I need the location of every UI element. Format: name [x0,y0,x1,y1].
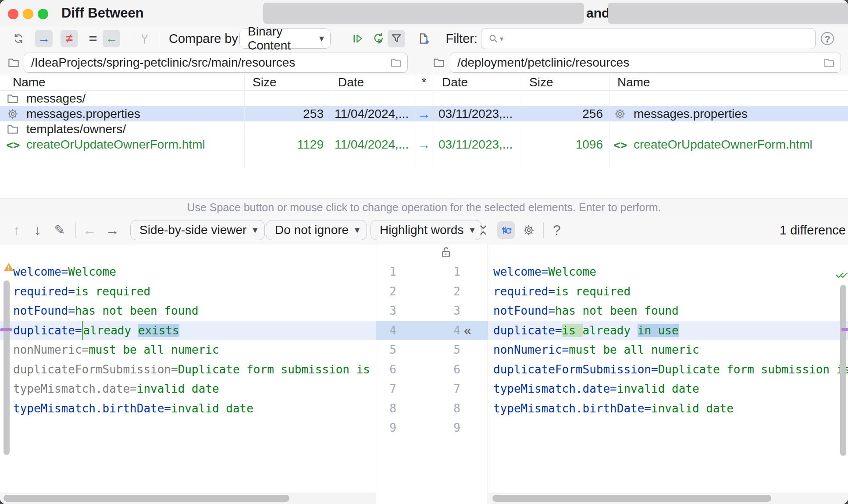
right-path-value: /deployment/petclinic/resources [450,56,823,70]
left-scroll-strip[interactable] [4,280,10,455]
viewer-mode-dropdown[interactable]: Side-by-side viewer ▾ [130,220,265,240]
code-icon: <> [613,138,627,151]
search-icon [488,33,499,44]
highlight-policy-dropdown[interactable]: Highlight words ▾ [371,220,482,240]
maximize-button[interactable] [38,9,48,19]
left-path-input[interactable]: /IdeaProjects/spring-petclinic/src/main/… [24,53,408,73]
code-line: duplicateFormSubmission=Duplicate form s… [493,360,848,380]
left-code[interactable]: welcome=Welcomerequired=is requirednotFo… [0,262,376,418]
branch-button[interactable] [136,30,153,47]
filter-toggle-button[interactable] [388,30,405,47]
separator [130,31,130,46]
folder-icon [6,123,19,136]
ignore-policy-dropdown[interactable]: Do not ignore ▾ [266,220,367,240]
scrollbar-thumb[interactable] [4,495,289,502]
right-vscrollbar-thumb[interactable] [840,285,846,456]
next-difference-button[interactable]: ↓ [29,221,46,239]
header-name-left[interactable]: Name [0,75,244,90]
header-name-right[interactable]: Name [609,75,848,90]
arrow-right-icon: → [417,137,431,152]
apply-left-button[interactable]: ← [81,221,98,239]
code-line: duplicate=already exists [0,321,376,341]
gear-icon [613,107,627,121]
table-row[interactable]: <>createOrUpdateOwnerForm.html112911/04/… [0,137,848,152]
apply-change-chevron[interactable]: « [464,321,471,341]
not-equal-button[interactable]: ≠ [61,30,78,47]
code-line: welcome=Welcome [13,262,376,282]
question-icon: ? [553,223,561,237]
window-title-and: and [586,0,609,26]
left-path-value: /IdeaProjects/spring-petclinic/src/main/… [24,56,390,70]
copy-left-button[interactable]: ← [103,30,120,47]
synchronize-selected-button[interactable] [349,30,366,47]
table-row[interactable]: templates/owners/ [0,121,848,137]
right-line-numbers: 123456789 [376,262,460,438]
previous-difference-button[interactable]: ↑ [8,221,25,239]
header-date-left[interactable]: Date [330,75,414,90]
separator [543,222,544,238]
left-hscrollbar[interactable] [0,493,376,504]
help-button[interactable]: ? [821,32,834,45]
synchronized-scrolling-button[interactable] [497,221,515,239]
right-diff-pane[interactable]: welcome=Welcomerequired=is requirednotFo… [488,245,848,504]
code-icon: <> [6,138,19,151]
paths-row: /IdeaProjects/spring-petclinic/src/main/… [0,51,848,75]
refresh-icon[interactable] [10,30,27,47]
lock-icon[interactable] [438,245,453,260]
right-hscrollbar[interactable] [488,493,848,504]
equals-icon: = [89,32,97,46]
edit-button[interactable]: ✎ [51,221,68,239]
filter-search-input[interactable]: ▾ [481,28,816,49]
window-title: Diff Between [61,0,144,26]
header-operation[interactable]: * [414,75,434,90]
close-button[interactable] [8,9,18,19]
synchronize-all-button[interactable] [370,30,387,47]
ignore-policy-value: Do not ignore [266,223,349,237]
pencil-icon: ✎ [54,224,65,237]
code-line: typeMismatch.date=invalid date [13,379,376,399]
code-line: typeMismatch.birthDate=invalid date [493,399,848,419]
chevron-down-icon: ▾ [319,33,330,44]
code-line: typeMismatch.birthDate=invalid date [13,399,376,419]
arrow-up-icon: ↑ [13,223,20,237]
file-table-rows: messages/messages.properties25311/04/202… [0,91,848,167]
operation-cell[interactable] [414,152,434,167]
file-name: createOrUpdateOwnerForm.html [634,138,812,152]
operation-cell[interactable] [414,121,434,137]
browse-folder-icon[interactable] [390,57,402,69]
collapse-unchanged-button[interactable] [474,221,492,239]
left-diff-pane[interactable]: welcome=Welcomerequired=is requirednotFo… [0,245,376,504]
chevron-down-icon: ▾ [253,224,264,236]
operation-cell[interactable]: → [414,106,434,121]
right-path-input[interactable]: /deployment/petclinic/resources [450,53,841,73]
folder-icon [6,92,19,105]
header-size-right[interactable]: Size [521,75,609,90]
minimize-button[interactable] [23,9,33,19]
header-date-right[interactable]: Date [434,75,521,90]
compare-by-label: Compare by: [169,26,242,51]
hint-text: Use Space button or mouse click to chang… [187,201,661,214]
new-file-button[interactable] [415,30,432,47]
table-row[interactable]: messages.properties25311/04/2024,...→03/… [0,106,848,121]
right-code[interactable]: welcome=Welcomerequired=is requirednotFo… [488,262,848,418]
table-row[interactable] [0,152,848,167]
line-number: 6 [376,360,460,380]
diff-help-button[interactable]: ? [548,221,566,239]
code-line: duplicateFormSubmission=Duplicate form s… [13,360,376,380]
directory-diff-toolbar: → ≠ = ← Compare by: Binary Content ▾ [0,26,848,51]
line-number: 9 [376,418,460,438]
copy-right-button[interactable]: → [35,30,53,47]
operation-cell[interactable]: → [414,137,434,152]
scrollbar-thumb[interactable] [492,495,771,502]
code-line: required=is required [13,282,376,302]
equals-button[interactable]: = [84,30,102,47]
table-row[interactable]: messages/ [0,91,848,106]
arrow-right-icon: → [38,32,50,45]
apply-right-button[interactable]: → [103,221,121,239]
browse-folder-icon[interactable] [823,57,835,69]
compare-by-dropdown[interactable]: Binary Content ▾ [239,28,331,49]
header-size-left[interactable]: Size [244,75,330,90]
operation-cell[interactable] [414,91,434,106]
file-name: messages/ [26,92,86,106]
settings-button[interactable] [520,221,538,239]
